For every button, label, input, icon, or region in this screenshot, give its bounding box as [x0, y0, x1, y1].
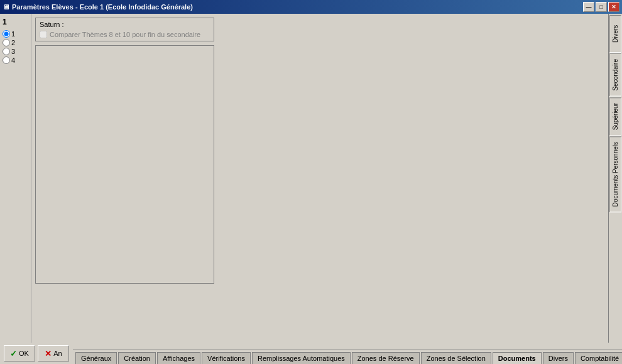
- tab-affichages[interactable]: Affichages: [157, 352, 200, 364]
- tab-creation[interactable]: Création: [118, 352, 156, 364]
- saturn-content: Comparer Thèmes 8 et 10 pour fin du seco…: [40, 31, 210, 38]
- radio-4[interactable]: [3, 56, 10, 64]
- vtab-documents-personnels[interactable]: Documents Personnels: [609, 136, 621, 212]
- app-icon: 🖥: [3, 3, 9, 11]
- tab-zones-reserve[interactable]: Zones de Réserve: [352, 352, 420, 364]
- ok-button[interactable]: ✓ OK: [4, 345, 35, 361]
- window-title: Paramètres Elèves - Ecole 1 (Ecole Infod…: [12, 3, 193, 11]
- compare-themes-checkbox[interactable]: [40, 31, 47, 38]
- saturn-legend: Saturn :: [40, 21, 210, 28]
- cancel-button[interactable]: ✕ An: [38, 345, 69, 361]
- close-button[interactable]: ✕: [608, 2, 619, 12]
- tab-documents[interactable]: Documents: [493, 352, 542, 364]
- maximize-button[interactable]: □: [596, 2, 607, 12]
- bottom-area: ✓ OK ✕ An Généraux Création Affichages V…: [0, 343, 622, 364]
- tab-zones-selection[interactable]: Zones de Sélection: [421, 352, 491, 364]
- large-empty-panel: [35, 45, 214, 284]
- tab-generaux[interactable]: Généraux: [75, 352, 117, 364]
- content-area: 1 1 2 3 4 Saturn :: [0, 14, 622, 343]
- cancel-icon: ✕: [45, 349, 52, 358]
- title-bar-buttons: — □ ✕: [583, 2, 619, 12]
- compare-themes-label: Comparer Thèmes 8 et 10 pour fin du seco…: [50, 31, 200, 38]
- main-panel: Saturn : Comparer Thèmes 8 et 10 pour fi…: [31, 14, 608, 343]
- radio-item-1[interactable]: 1: [3, 30, 28, 38]
- radio-item-2[interactable]: 2: [3, 39, 28, 46]
- radio-1[interactable]: [3, 30, 10, 38]
- radio-3[interactable]: [3, 48, 10, 55]
- tab-bar: Généraux Création Affichages Vérificatio…: [73, 350, 622, 364]
- saturn-groupbox: Saturn : Comparer Thèmes 8 et 10 pour fi…: [35, 18, 214, 41]
- ok-icon: ✓: [10, 349, 17, 358]
- window-body: 1 1 2 3 4 Saturn :: [0, 14, 622, 364]
- tab-divers[interactable]: Divers: [543, 352, 574, 364]
- vtab-superieur[interactable]: Supérieur: [609, 97, 621, 136]
- vtab-secondaire[interactable]: Secondaire: [609, 53, 621, 97]
- tab-remplissages[interactable]: Remplissages Automatiques: [252, 352, 351, 364]
- title-bar: 🖥 Paramètres Elèves - Ecole 1 (Ecole Inf…: [0, 0, 622, 14]
- left-sidebar: 1 1 2 3 4: [0, 14, 31, 343]
- tab-comptabilite[interactable]: Comptabilité: [575, 352, 622, 364]
- radio-item-3[interactable]: 3: [3, 48, 28, 55]
- minimize-button[interactable]: —: [583, 2, 594, 12]
- cancel-label: An: [53, 350, 62, 357]
- vtab-divers[interactable]: Divers: [609, 15, 621, 53]
- compare-themes-checkbox-label[interactable]: Comparer Thèmes 8 et 10 pour fin du seco…: [40, 31, 210, 38]
- title-text: 🖥 Paramètres Elèves - Ecole 1 (Ecole Inf…: [3, 3, 193, 11]
- right-tabs: Divers Secondaire Supérieur Documents Pe…: [608, 14, 622, 343]
- ok-label: OK: [19, 350, 29, 357]
- tab-verifications[interactable]: Vérifications: [202, 352, 251, 364]
- radio-2[interactable]: [3, 39, 10, 46]
- radio-item-4[interactable]: 4: [3, 56, 28, 64]
- ok-cancel-area: ✓ OK ✕ An: [0, 343, 73, 364]
- sidebar-number: 1: [3, 18, 28, 26]
